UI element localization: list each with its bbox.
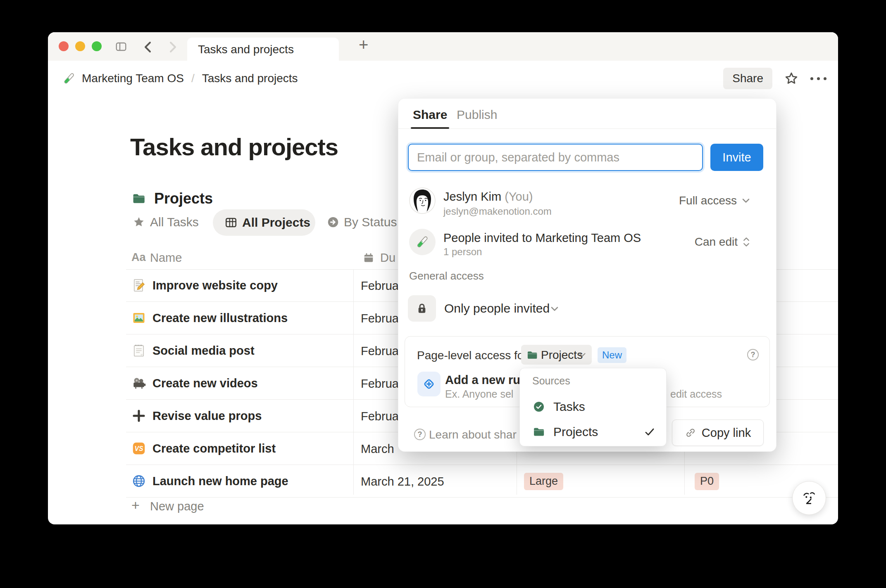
notion-window: Tasks and projects + Marketing Team OS /… (48, 32, 838, 524)
minimize-window-button[interactable] (75, 41, 85, 51)
section-title[interactable]: Projects (154, 190, 213, 207)
sources-item-tasks[interactable]: Tasks (520, 394, 666, 419)
share-button[interactable]: Share (723, 68, 772, 89)
heavy-plus-icon (131, 408, 146, 423)
copy-link-label: Copy link (702, 426, 751, 440)
size-badge[interactable]: Large (524, 473, 563, 490)
zoom-window-button[interactable] (92, 41, 102, 51)
notion-ai-button[interactable] (792, 481, 826, 515)
priority-badge[interactable]: P0 (695, 473, 719, 490)
row-name[interactable]: Create competitor list (152, 442, 276, 455)
arrow-circle-icon (326, 216, 340, 229)
share-dialog-tabs: Share Publish (398, 99, 776, 129)
view-tab-label: All Projects (242, 216, 310, 230)
memo-icon (131, 278, 146, 293)
chevron-up-down-icon (743, 237, 750, 247)
target-page-label: Projects (541, 349, 583, 362)
view-tab-by-status[interactable]: By Status (344, 215, 397, 229)
member-email: jeslyn@makenotion.com (443, 206, 552, 217)
table-row[interactable]: Launch new home page March 21, 2025 Larg… (126, 465, 838, 498)
window-titlebar: Tasks and projects + (48, 32, 838, 61)
link-icon (685, 427, 696, 439)
forward-icon[interactable] (166, 41, 179, 53)
row-due-date[interactable]: Februa (361, 377, 399, 391)
page-header-bar: Marketing Team OS / Tasks and projects S… (48, 61, 838, 96)
add-rule-button[interactable]: Add a new ru (445, 373, 520, 387)
row-due-date[interactable]: Februa (361, 410, 399, 423)
row-due-date[interactable]: Februa (361, 279, 399, 293)
new-badge: New (598, 347, 626, 363)
name-column-header[interactable]: Name (150, 251, 182, 265)
table-grid-icon (224, 216, 238, 229)
learn-about-sharing-link[interactable]: Learn about shar (429, 428, 517, 441)
sources-item-projects[interactable]: Projects (520, 420, 666, 444)
breadcrumb-separator: / (190, 72, 196, 85)
view-tab-all-tasks[interactable]: All Tasks (150, 215, 199, 229)
row-name[interactable]: Create new illustrations (152, 311, 288, 325)
vs-icon: VS (131, 441, 146, 456)
chevron-down-icon (742, 198, 750, 204)
target-page-dropdown[interactable]: Projects (521, 345, 592, 365)
favorite-star-icon[interactable] (784, 71, 799, 86)
member-you-suffix: (You) (505, 190, 533, 203)
new-page-label: New page (150, 500, 204, 513)
breadcrumb-workspace[interactable]: Marketing Team OS (82, 72, 184, 85)
green-folder-icon (533, 426, 545, 438)
copy-link-button[interactable]: Copy link (672, 420, 764, 446)
due-column-header[interactable]: Du (380, 251, 395, 265)
row-due-date[interactable]: Februa (361, 344, 399, 358)
general-access-label: General access (409, 270, 484, 282)
checkmark-icon (644, 426, 655, 438)
back-icon[interactable] (142, 41, 155, 53)
row-name[interactable]: Social media post (152, 344, 255, 358)
green-folder-icon (526, 349, 538, 361)
row-name[interactable]: Improve website copy (152, 279, 278, 292)
page-level-access-label: Page-level access for (417, 349, 528, 362)
member-name: Jeslyn Kim (You) (443, 190, 533, 204)
access-dropdown-can-edit[interactable]: Can edit (695, 235, 750, 249)
row-name[interactable]: Create new videos (152, 377, 258, 390)
check-circle-icon (533, 401, 545, 413)
sources-menu-title: Sources (532, 375, 570, 387)
breadcrumb-page[interactable]: Tasks and projects (202, 72, 298, 85)
notion-ai-face-icon (800, 488, 819, 507)
sidebar-toggle-icon[interactable] (114, 40, 128, 53)
invite-email-input[interactable] (408, 144, 703, 171)
spiral-notepad-icon (131, 343, 146, 358)
help-icon[interactable]: ? (747, 349, 759, 360)
general-access-dropdown[interactable]: Only people invited (444, 301, 550, 315)
framed-picture-icon (131, 311, 146, 325)
member-name: People invited to Marketing Team OS (443, 231, 641, 245)
page-title: Tasks and projects (130, 133, 338, 161)
close-window-button[interactable] (59, 41, 69, 51)
tab-title: Tasks and projects (198, 43, 294, 56)
access-dropdown-full-access[interactable]: Full access (679, 194, 750, 207)
member-count: 1 person (443, 246, 482, 258)
view-tab-all-projects[interactable]: All Projects (213, 209, 315, 236)
rule-hint-text: Ex. Anyone sel (445, 388, 513, 400)
chevron-down-icon (579, 352, 586, 358)
row-due-date[interactable]: Februa (361, 312, 399, 325)
row-due-date[interactable]: March (361, 442, 394, 456)
header-actions: Share (723, 61, 826, 96)
invite-button[interactable]: Invite (710, 144, 763, 171)
tab-publish[interactable]: Publish (457, 108, 497, 122)
text-type-icon: Aa (131, 251, 146, 264)
chevron-down-icon (550, 306, 559, 312)
diamond-plus-icon (417, 372, 441, 396)
film-projector-icon (131, 376, 146, 391)
tab-tasks-and-projects[interactable]: Tasks and projects (187, 38, 339, 61)
new-page-button[interactable]: + New page (126, 495, 838, 519)
tab-share[interactable]: Share (413, 108, 447, 122)
svg-text:VS: VS (134, 445, 143, 452)
row-name[interactable]: Launch new home page (152, 474, 288, 488)
help-icon: ? (414, 429, 426, 440)
lock-icon (408, 295, 436, 322)
section-heading: Projects (132, 190, 213, 207)
row-name[interactable]: Revise value props (152, 409, 262, 423)
more-options-icon[interactable] (810, 77, 826, 80)
avatar (409, 187, 436, 214)
rule-hint-text: edit access (670, 388, 722, 400)
new-tab-button[interactable]: + (359, 36, 368, 54)
row-due-date[interactable]: March 21, 2025 (361, 475, 444, 488)
